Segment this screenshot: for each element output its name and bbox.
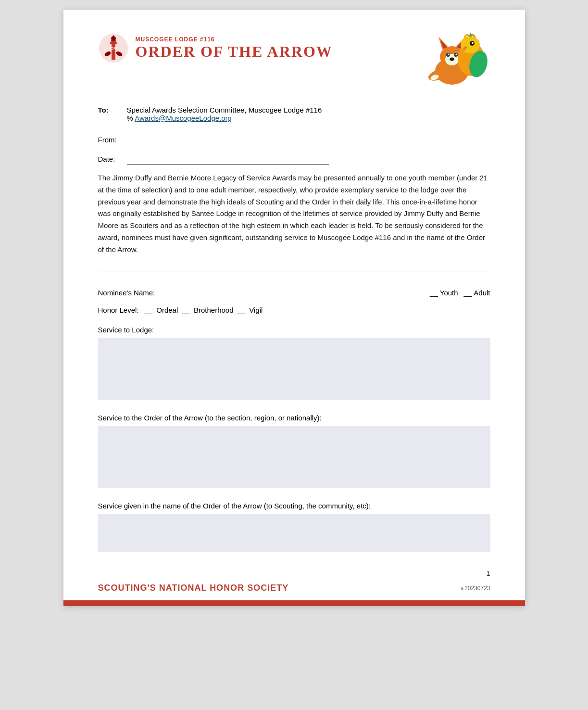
- from-label: From:: [98, 136, 127, 144]
- brotherhood-label: Brotherhood: [194, 306, 234, 314]
- service-name-label: Service given in the name of the Order o…: [98, 502, 490, 510]
- footer: SCOUTING'S NATIONAL HONOR SOCIETY v.2023…: [63, 579, 525, 606]
- youth-checkbox-item: __ Youth: [430, 289, 458, 297]
- footer-text: SCOUTING'S NATIONAL HONOR SOCIETY: [98, 583, 289, 593]
- ordeal-underscore: __: [145, 306, 153, 314]
- footer-text-rest: SOCIETY: [244, 583, 288, 593]
- adult-label: Adult: [474, 289, 490, 297]
- to-line2: % Awards@MuscogeeLodge.org: [127, 114, 322, 122]
- service-oa-textarea[interactable]: [98, 426, 490, 488]
- date-row: Date:: [98, 153, 490, 165]
- mascot-logo-icon: [423, 33, 490, 90]
- service-oa-section: Service to the Order of the Arrow (to th…: [98, 414, 490, 502]
- svg-text:OA: OA: [111, 46, 116, 51]
- to-email-link[interactable]: Awards@MuscogeeLodge.org: [135, 114, 232, 122]
- svg-point-13: [450, 58, 454, 61]
- youth-label: Youth: [440, 289, 458, 297]
- svg-point-17: [455, 54, 457, 55]
- honor-level-row: Honor Level: __ Ordeal __ Brotherhood __…: [98, 306, 490, 314]
- service-name-textarea[interactable]: [98, 514, 490, 552]
- svg-point-4: [111, 36, 116, 41]
- honor-level-label: Honor Level:: [98, 306, 139, 314]
- date-input[interactable]: [127, 153, 329, 165]
- footer-content: SCOUTING'S NATIONAL HONOR SOCIETY v.2023…: [63, 579, 525, 603]
- to-label: To:: [98, 106, 127, 114]
- from-input[interactable]: [127, 134, 329, 145]
- vigil-label: Vigil: [249, 306, 263, 314]
- brotherhood-underscore: __: [182, 306, 190, 314]
- org-subtitle: MUSCOGEE LODGE #116: [136, 36, 333, 43]
- ordeal-label: Ordeal: [156, 306, 178, 314]
- service-lodge-textarea[interactable]: [98, 338, 490, 400]
- svg-point-23: [472, 42, 474, 44]
- form-section: Nominee's Name: __ Youth __ Adult Honor …: [98, 287, 490, 566]
- document-page: OA MUSCOGEE LODGE #116 ORDER OF THE ARRO…: [63, 10, 525, 606]
- adult-checkbox-item: __ Adult: [464, 289, 490, 297]
- nominee-type: __ Youth __ Adult: [430, 289, 490, 297]
- to-line1: Special Awards Selection Committee, Musc…: [127, 106, 322, 114]
- service-name-section: Service given in the name of the Order o…: [98, 502, 490, 566]
- footer-text-regular: SCOUTING'S NATIONAL: [98, 583, 210, 593]
- address-block: To: Special Awards Selection Committee, …: [98, 106, 490, 122]
- service-oa-label: Service to the Order of the Arrow (to th…: [98, 414, 490, 422]
- youth-underscore: __: [430, 289, 438, 297]
- footer-red-bar: [63, 600, 525, 606]
- page-number: 1: [487, 570, 490, 577]
- org-title: ORDER OF THE ARROW: [136, 43, 333, 61]
- to-row: To: Special Awards Selection Committee, …: [98, 106, 490, 122]
- body-text: The Jimmy Duffy and Bernie Moore Legacy …: [98, 172, 490, 255]
- header-left: OA MUSCOGEE LODGE #116 ORDER OF THE ARRO…: [98, 33, 333, 63]
- footer-text-highlight: HONOR: [210, 583, 244, 593]
- nominee-row: Nominee's Name: __ Youth __ Adult: [98, 287, 490, 298]
- header: OA MUSCOGEE LODGE #116 ORDER OF THE ARRO…: [98, 33, 490, 90]
- footer-version: v.20230723: [461, 585, 490, 592]
- date-label: Date:: [98, 155, 127, 163]
- org-text: MUSCOGEE LODGE #116 ORDER OF THE ARROW: [136, 36, 333, 61]
- service-lodge-label: Service to Lodge:: [98, 326, 490, 334]
- svg-point-16: [448, 54, 449, 55]
- lodge-logo-icon: OA: [98, 33, 129, 63]
- vigil-underscore: __: [238, 306, 246, 314]
- nominee-name-input[interactable]: [161, 287, 422, 298]
- section-divider: [98, 271, 490, 271]
- adult-underscore: __: [464, 289, 472, 297]
- nominee-label: Nominee's Name:: [98, 289, 155, 297]
- service-lodge-section: Service to Lodge:: [98, 326, 490, 414]
- from-row: From:: [98, 134, 490, 145]
